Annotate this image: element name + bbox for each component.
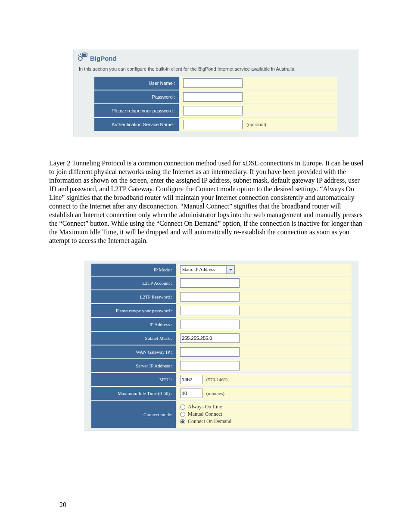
row-connect-mode: Connect mode: Always On Line Manual Conn… bbox=[91, 401, 352, 428]
l2tp-panel: IP Mode : Static IP Address L2TP Account… bbox=[84, 261, 358, 431]
input-ip-address[interactable] bbox=[180, 320, 240, 329]
connect-mode-group: Always On Line Manual Connect Connect On… bbox=[180, 402, 348, 426]
label-server-ip: Server IP Address : bbox=[91, 359, 176, 372]
bigpond-panel: BigPond In this section you can configur… bbox=[73, 50, 358, 137]
input-l2tp-retype[interactable] bbox=[180, 306, 240, 315]
label-l2tp-password: L2TP Password : bbox=[91, 290, 176, 303]
label-password: Password : bbox=[94, 90, 179, 103]
svg-rect-1 bbox=[83, 54, 86, 56]
select-ip-mode-value: Static IP Address bbox=[181, 266, 226, 274]
row-ip-mode: IP Mode : Static IP Address bbox=[91, 264, 352, 276]
row-password: Password : bbox=[94, 90, 337, 103]
input-wan-gateway[interactable] bbox=[180, 347, 240, 357]
radio-always-label: Always On Line bbox=[188, 404, 222, 410]
row-server-ip: Server IP Address : bbox=[91, 359, 352, 372]
input-retype[interactable] bbox=[183, 106, 243, 115]
auth-hint: (optional) bbox=[244, 122, 266, 127]
row-max-idle: Maximum Idle Time (0-60) : (minutes) bbox=[91, 387, 352, 400]
radio-manual[interactable] bbox=[180, 412, 185, 417]
row-l2tp-retype: Please retype your password : bbox=[91, 304, 352, 317]
label-connect-mode: Connect mode: bbox=[91, 401, 176, 428]
row-ip-address: IP Address : bbox=[91, 318, 352, 331]
row-l2tp-account: L2TP Account : bbox=[91, 277, 352, 289]
row-username: User Name : bbox=[94, 77, 337, 90]
mtu-hint: (576-1462) bbox=[204, 377, 228, 382]
radio-demand-label: Connect On Demand bbox=[188, 418, 231, 425]
label-ip-mode: IP Mode : bbox=[91, 264, 176, 276]
max-idle-hint: (minutes) bbox=[204, 391, 224, 396]
bigpond-description: In this section you can configure the bu… bbox=[76, 65, 355, 76]
input-password[interactable] bbox=[183, 92, 243, 102]
input-l2tp-password[interactable] bbox=[180, 292, 240, 302]
row-retype: Please retype your password : bbox=[94, 104, 337, 117]
row-auth: Authentication Service Name : (optional) bbox=[94, 118, 337, 131]
label-max-idle: Maximum Idle Time (0-60) : bbox=[91, 387, 176, 400]
label-l2tp-account: L2TP Account : bbox=[91, 277, 176, 289]
label-username: User Name : bbox=[94, 77, 179, 90]
label-retype: Please retype your password : bbox=[94, 104, 179, 117]
bigpond-header: BigPond bbox=[76, 53, 355, 65]
input-server-ip[interactable] bbox=[180, 361, 240, 370]
select-ip-mode[interactable]: Static IP Address bbox=[180, 265, 235, 274]
row-subnet: Subnet Mask : bbox=[91, 332, 352, 345]
radio-manual-label: Manual Connect bbox=[188, 411, 222, 417]
input-mtu[interactable] bbox=[180, 375, 202, 384]
radio-demand[interactable] bbox=[180, 419, 185, 424]
input-max-idle[interactable] bbox=[180, 389, 202, 398]
row-mtu: MTU : (576-1462) bbox=[91, 373, 352, 386]
input-username[interactable] bbox=[183, 78, 243, 88]
radio-row-demand[interactable]: Connect On Demand bbox=[180, 418, 348, 425]
input-subnet[interactable] bbox=[180, 333, 240, 343]
row-l2tp-password: L2TP Password : bbox=[91, 290, 352, 303]
bigpond-brand: BigPond bbox=[90, 55, 117, 62]
radio-row-manual[interactable]: Manual Connect bbox=[180, 411, 348, 418]
page-number: 20 bbox=[59, 501, 66, 509]
bigpond-form: User Name : Password : Please retype you… bbox=[93, 76, 338, 132]
bigpond-icon bbox=[78, 53, 87, 62]
label-mtu: MTU : bbox=[91, 373, 176, 386]
label-l2tp-retype: Please retype your password : bbox=[91, 304, 176, 317]
input-l2tp-account[interactable] bbox=[180, 278, 240, 288]
radio-always[interactable] bbox=[180, 404, 185, 410]
label-ip-address: IP Address : bbox=[91, 318, 176, 331]
label-auth: Authentication Service Name : bbox=[94, 118, 179, 131]
label-subnet: Subnet Mask : bbox=[91, 332, 176, 345]
input-auth[interactable] bbox=[183, 120, 243, 129]
row-wan-gateway: WAN Gateway IP : bbox=[91, 345, 352, 358]
chevron-down-icon bbox=[226, 266, 234, 274]
radio-row-always[interactable]: Always On Line bbox=[180, 403, 348, 411]
l2tp-paragraph: Layer 2 Tunneling Protocol is a common c… bbox=[49, 159, 364, 245]
label-wan-gateway: WAN Gateway IP : bbox=[91, 345, 176, 358]
l2tp-form: IP Mode : Static IP Address L2TP Account… bbox=[90, 263, 352, 429]
